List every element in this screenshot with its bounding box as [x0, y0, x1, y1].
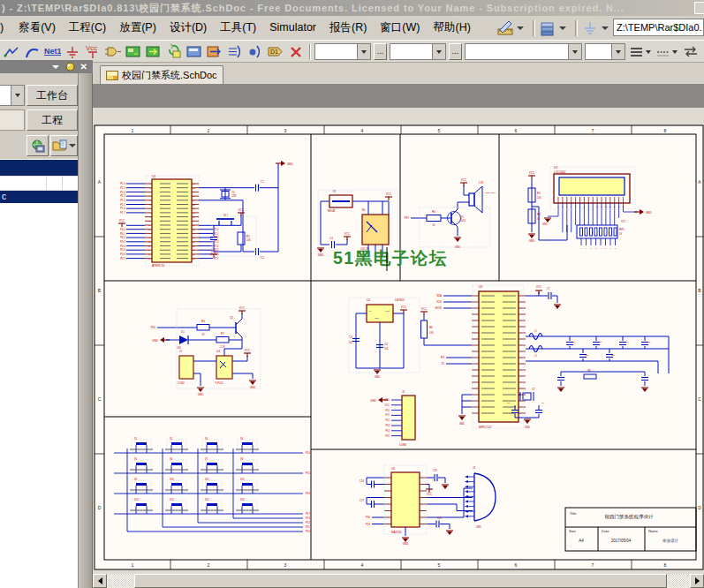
designator-combo-2[interactable]	[390, 43, 446, 60]
projects-tree[interactable]: c	[0, 159, 78, 588]
menu-item-1[interactable]: 察看(V)	[17, 16, 57, 39]
menu-item-8[interactable]: 窗口(W)	[378, 16, 421, 39]
menu-item-9[interactable]: 帮助(H)	[431, 16, 472, 39]
svg-text:P13: P13	[306, 516, 310, 520]
browse-button-2[interactable]: ...	[449, 43, 462, 60]
sheet-symbol-tool-icon[interactable]	[125, 43, 142, 60]
scroll-thumb[interactable]	[134, 574, 667, 588]
svg-text:CON8: CON8	[399, 443, 406, 447]
document-tab[interactable]: 校园门禁系统.SchDoc	[100, 65, 223, 84]
menu-item-5[interactable]: 工具(T)	[218, 16, 258, 39]
wiring-toolbar: Net1VccD1......	[0, 40, 704, 63]
window-button-fragment[interactable]	[694, 2, 704, 14]
bus-tool-icon[interactable]	[23, 43, 41, 60]
svg-text:7: 7	[592, 562, 594, 568]
harness-entry-tool-icon[interactable]	[246, 43, 264, 60]
browse-button-1[interactable]: ...	[374, 43, 387, 60]
panel-dropdown-icon[interactable]	[52, 65, 59, 69]
svg-text:GND: GND	[250, 386, 257, 389]
device-sheet-tool-icon[interactable]	[165, 43, 183, 60]
svg-text:1K: 1K	[619, 232, 623, 236]
svg-text:VCC: VCC	[461, 178, 467, 182]
line-width-button[interactable]	[629, 43, 653, 60]
menu-item-4[interactable]: 设计(D)	[168, 16, 208, 39]
ground-probe-icon[interactable]	[581, 19, 599, 37]
sheet-entry-tool-icon[interactable]	[145, 43, 163, 60]
svg-text:P20: P20	[151, 326, 156, 329]
svg-text:10K: 10K	[246, 238, 251, 242]
svg-text:D: D	[98, 505, 102, 510]
svg-text:2.2K: 2.2K	[220, 345, 225, 349]
svg-text:P11: P11	[386, 413, 390, 417]
menu-tool-group-0[interactable]	[496, 19, 524, 37]
net-label-tool-icon[interactable]: Net1	[43, 43, 61, 60]
svg-text:DB9: DB9	[476, 525, 481, 529]
svg-text:VCC: VCC	[238, 208, 245, 212]
svg-text:P37: P37	[405, 216, 410, 220]
horizontal-scrollbar[interactable]	[93, 574, 704, 588]
component-combo[interactable]	[465, 43, 582, 60]
open-project-button[interactable]	[50, 135, 78, 156]
tree-selected-row-1[interactable]	[0, 160, 78, 176]
grid-combo[interactable]	[585, 43, 625, 60]
scroll-track-right[interactable]	[667, 574, 690, 588]
svg-text:VCC: VCC	[536, 285, 541, 289]
vcc-port-tool-icon[interactable]: Vcc	[84, 43, 102, 60]
scroll-right-button[interactable]	[690, 574, 704, 588]
menu-tool-group-2[interactable]	[581, 19, 609, 37]
svg-text:D1: D1	[270, 49, 278, 55]
svg-text:VCC: VCC	[621, 220, 626, 223]
navigator-button[interactable]	[26, 135, 49, 156]
panel-field-fragment[interactable]	[0, 109, 25, 131]
panel-splitter[interactable]	[78, 73, 93, 588]
menu-item-7[interactable]: 报告(R)	[328, 16, 368, 39]
project-button[interactable]: 工程	[26, 109, 78, 131]
layers-icon[interactable]	[539, 19, 556, 37]
svg-text:1K: 1K	[201, 333, 205, 336]
svg-text:8: 8	[664, 128, 667, 133]
menu-item-6[interactable]: Simulator	[268, 16, 318, 39]
port-tool-icon[interactable]	[206, 43, 223, 60]
panel-combo-fragment[interactable]	[0, 85, 25, 106]
svg-text:1: 1	[132, 128, 134, 133]
menu-tool-group-1[interactable]	[539, 19, 566, 37]
menu-item-3[interactable]: 放置(P)	[117, 16, 158, 39]
panel-pin-icon[interactable]	[65, 62, 75, 72]
tree-row[interactable]	[0, 176, 78, 191]
sheet-symbol2-tool-icon[interactable]	[185, 43, 203, 60]
workbench-button[interactable]: 工作台	[26, 85, 78, 106]
svg-text:K1: K1	[333, 190, 337, 193]
svg-text:6: 6	[515, 128, 518, 133]
no-erc-tool-icon[interactable]	[287, 43, 305, 60]
document-path-combo[interactable]: Z:\TEMP\Rar$DIa0.	[613, 19, 704, 36]
menu-item-2[interactable]: 工程(C)	[67, 16, 108, 39]
harness-tool-icon[interactable]	[226, 43, 244, 60]
line-style-button[interactable]	[655, 43, 679, 60]
svg-text:P2.0: P2.0	[214, 228, 219, 231]
svg-text:P16: P16	[306, 492, 310, 495]
svg-text:B1: B1	[362, 208, 366, 212]
measure-tool-icon[interactable]	[496, 19, 514, 37]
part-tool-icon[interactable]	[104, 43, 122, 60]
schematic-canvas[interactable]: 1122334455667788AABBCCDDTitle校园门禁系统程序设计S…	[93, 84, 704, 574]
svg-text:R8: R8	[429, 326, 433, 329]
svg-text:P1.7: P1.7	[120, 211, 125, 215]
svg-text:P10: P10	[385, 409, 390, 412]
directive-tool-icon[interactable]: D1	[267, 43, 284, 60]
scroll-left-button[interactable]	[93, 574, 107, 588]
panel-close-icon[interactable]: ✕	[80, 62, 87, 72]
svg-text:C4: C4	[329, 237, 333, 240]
menu-item-0[interactable]: )	[0, 16, 7, 39]
wire-tool-icon[interactable]	[3, 43, 20, 60]
svg-text:C21: C21	[611, 354, 616, 357]
scroll-track-left[interactable]	[107, 574, 134, 588]
svg-text:1: 1	[132, 562, 134, 568]
svg-text:Size: Size	[569, 529, 577, 533]
designator-combo-1[interactable]	[314, 43, 371, 60]
tree-selected-row-2[interactable]: c	[0, 191, 78, 203]
swap-button[interactable]	[682, 43, 703, 60]
svg-text:104: 104	[384, 347, 389, 351]
gnd-port-tool-icon[interactable]	[64, 43, 81, 60]
svg-text:P15: P15	[385, 434, 390, 438]
svg-text:J2: J2	[402, 390, 405, 394]
